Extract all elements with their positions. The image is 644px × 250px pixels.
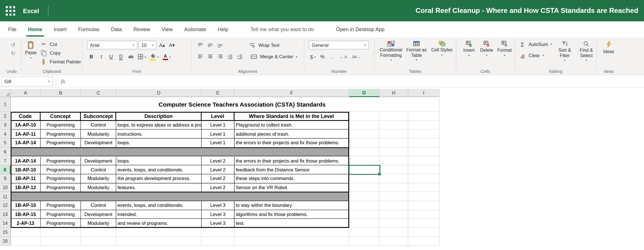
tell-me-box[interactable]: Tell me what you want to do [245,21,320,37]
tab-automate[interactable]: Automate [178,21,212,37]
column-header-H[interactable]: H [379,89,408,97]
cell-F5[interactable]: the errors in their projects and fix tho… [235,139,349,147]
row-header-3[interactable]: 3 [0,121,11,130]
grid-cell-I5[interactable] [408,139,439,147]
increase-indent-button[interactable] [235,52,244,61]
fill-handle[interactable] [378,173,381,176]
separator-row-11[interactable] [11,192,349,201]
cell-D7[interactable]: loops. [116,157,201,165]
cell-A14[interactable]: 2-AP-13 [11,219,41,228]
wrap-text-button[interactable]: Wrap Text [249,41,279,48]
row-header-5[interactable]: 5 [0,139,11,147]
increase-decimal-button[interactable]: ←.0 [338,53,348,61]
grid-cell-I14[interactable] [408,219,439,228]
grid-cell-G6[interactable] [349,147,379,156]
cell-C4[interactable]: Modularity [81,130,116,139]
grid-cell-G9[interactable] [349,174,379,183]
font-family-select[interactable]: Arial ▾ [87,41,137,49]
grid-cell-H3[interactable] [379,121,408,130]
grid-cell-H6[interactable] [379,147,408,156]
align-left-button[interactable] [196,52,205,61]
cell-A7[interactable]: 1A-AP-14 [11,157,41,165]
cell-E10[interactable]: Level 2 [202,183,235,192]
borders-button[interactable]: ▾ [136,52,147,61]
grid-cell-H7[interactable] [379,157,408,165]
row-header-2[interactable]: 2 [0,112,11,121]
grid-cell-H13[interactable] [379,210,408,219]
decrease-indent-button[interactable] [225,52,234,61]
paste-button[interactable]: Paste ▾ [25,39,37,68]
tab-file[interactable]: File [3,21,22,37]
redo-button[interactable]: ↻ [11,51,15,56]
grid-cell-E15[interactable] [202,228,235,237]
conditional-formatting-button[interactable]: Conditional Formatting ▾ [378,39,404,68]
cell-D8[interactable]: events, loops, and conditionals. [116,165,201,174]
grid-cell-F15[interactable] [235,228,349,237]
align-bottom-button[interactable] [216,41,224,49]
grid-cell-G2[interactable] [349,112,379,121]
grid-cell-I4[interactable] [408,130,439,139]
cell-E7[interactable]: Level 2 [202,157,235,165]
table-header-concept[interactable]: Concept [41,112,81,121]
grid-cell-I9[interactable] [408,174,439,183]
align-right-button[interactable] [216,52,224,61]
cell-C5[interactable]: Development [81,139,116,147]
cell-D13[interactable]: intended. [116,210,201,219]
grid-cell-G8[interactable] [349,165,379,174]
grid-cell-H10[interactable] [379,183,408,192]
percent-format-button[interactable]: % [318,53,327,61]
underline-button[interactable]: U [107,53,115,61]
grid-cell-E16[interactable] [202,237,235,246]
clear-button[interactable]: Clear ▾ [519,52,552,59]
row-header-16[interactable]: 16 [0,237,11,246]
cell-B5[interactable]: Programming [41,139,81,147]
cell-C14[interactable]: Modularity [81,219,116,228]
cell-E3[interactable]: Level 1 [202,121,235,130]
grid-cell-D15[interactable] [116,228,201,237]
format-painter-button[interactable]: Format Painter [40,58,81,65]
cell-D10[interactable]: features. [116,183,201,192]
column-header-G[interactable]: G [349,89,379,97]
row-header-8[interactable]: 8 [0,165,11,174]
grid-cell-D16[interactable] [116,237,201,246]
cell-E4[interactable]: Level 1 [202,130,235,139]
row-header-10[interactable]: 10 [0,183,11,192]
cut-button[interactable]: ✂ Cut [40,41,81,48]
tab-data[interactable]: Data [105,21,128,37]
app-launcher-button[interactable] [0,0,21,21]
separator-row-6[interactable] [11,147,349,156]
cell-D9[interactable]: the program development process. [116,174,201,183]
fill-color-button[interactable]: ▾ [148,52,160,61]
cell-D4[interactable]: instructions. [116,130,201,139]
cell-D3[interactable]: loops, to express ideas or address a pro… [116,121,201,130]
merged-title-cell[interactable]: Computer Science Teachers Association (C… [11,97,439,112]
cell-B8[interactable]: Programming [41,165,81,174]
row-header-14[interactable]: 14 [0,219,11,228]
open-in-desktop-app-button[interactable]: Open in Desktop App [330,21,390,37]
align-center-button[interactable] [206,52,214,61]
tab-home[interactable]: Home [22,21,48,37]
cell-F7[interactable]: the errors in their projects and fix tho… [235,157,349,165]
italic-button[interactable]: I [97,53,106,61]
strikethrough-button[interactable]: ab [126,53,135,61]
number-format-select[interactable]: General ▾ [309,41,369,49]
comma-format-button[interactable]: , [328,53,337,61]
cell-C3[interactable]: Control [81,121,116,130]
cell-C8[interactable]: Control [81,165,116,174]
cell-F10[interactable]: Sensor on the VR Robot. [235,183,349,192]
cell-B13[interactable]: Programming [41,210,81,219]
cell-A10[interactable]: 1B-AP-12 [11,183,41,192]
grid-cell-G13[interactable] [349,210,379,219]
name-box[interactable]: G8 ▾ [1,76,53,86]
grid-cell-G11[interactable] [349,192,379,201]
grid-cell-H5[interactable] [379,139,408,147]
row-header-1[interactable]: 1 [0,97,11,112]
double-underline-button[interactable]: D [117,53,125,61]
decrease-decimal-button[interactable]: .00→ [350,53,362,61]
column-header-F[interactable]: F [235,89,349,97]
cell-styles-button[interactable]: Cell Styles ▾ [429,39,455,68]
row-header-7[interactable]: 7 [0,157,11,165]
column-header-I[interactable]: I [408,89,439,97]
insert-cells-button[interactable]: Insert ▾ [460,39,478,68]
grid-cell-H9[interactable] [379,174,408,183]
